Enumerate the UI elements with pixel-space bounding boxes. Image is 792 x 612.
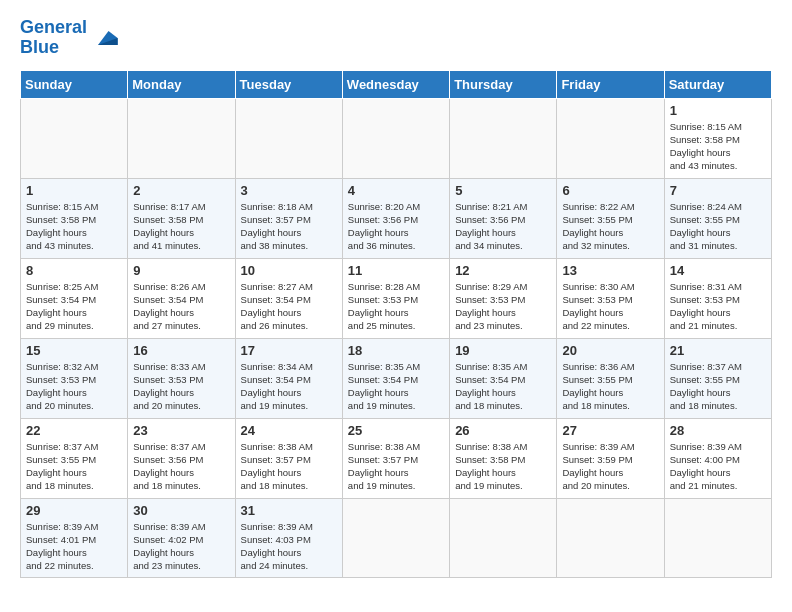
day-number: 28 — [670, 423, 766, 438]
day-number: 17 — [241, 343, 337, 358]
calendar-cell: 4 Sunrise: 8:20 AM Sunset: 3:56 PM Dayli… — [342, 178, 449, 258]
calendar-cell: 1 Sunrise: 8:15 AM Sunset: 3:58 PM Dayli… — [664, 98, 771, 178]
calendar-cell — [342, 98, 449, 178]
day-info: Sunrise: 8:26 AM Sunset: 3:54 PM Dayligh… — [133, 280, 229, 333]
day-info: Sunrise: 8:24 AM Sunset: 3:55 PM Dayligh… — [670, 200, 766, 253]
calendar-cell: 25 Sunrise: 8:38 AM Sunset: 3:57 PM Dayl… — [342, 418, 449, 498]
day-number: 21 — [670, 343, 766, 358]
calendar-cell: 1 Sunrise: 8:15 AM Sunset: 3:58 PM Dayli… — [21, 178, 128, 258]
day-number: 23 — [133, 423, 229, 438]
logo: General Blue — [20, 18, 119, 58]
week-row-2: 1 Sunrise: 8:15 AM Sunset: 3:58 PM Dayli… — [21, 178, 772, 258]
day-info: Sunrise: 8:37 AM Sunset: 3:56 PM Dayligh… — [133, 440, 229, 493]
day-info: Sunrise: 8:35 AM Sunset: 3:54 PM Dayligh… — [348, 360, 444, 413]
day-info: Sunrise: 8:39 AM Sunset: 4:00 PM Dayligh… — [670, 440, 766, 493]
day-number: 8 — [26, 263, 122, 278]
day-info: Sunrise: 8:21 AM Sunset: 3:56 PM Dayligh… — [455, 200, 551, 253]
calendar-cell — [450, 498, 557, 577]
day-info: Sunrise: 8:22 AM Sunset: 3:55 PM Dayligh… — [562, 200, 658, 253]
day-number: 10 — [241, 263, 337, 278]
day-number: 9 — [133, 263, 229, 278]
logo-icon — [91, 24, 119, 52]
day-number: 1 — [26, 183, 122, 198]
day-info: Sunrise: 8:27 AM Sunset: 3:54 PM Dayligh… — [241, 280, 337, 333]
day-number: 6 — [562, 183, 658, 198]
day-number: 27 — [562, 423, 658, 438]
day-info: Sunrise: 8:38 AM Sunset: 3:57 PM Dayligh… — [348, 440, 444, 493]
calendar-cell — [235, 98, 342, 178]
calendar-cell: 9 Sunrise: 8:26 AM Sunset: 3:54 PM Dayli… — [128, 258, 235, 338]
day-info: Sunrise: 8:29 AM Sunset: 3:53 PM Dayligh… — [455, 280, 551, 333]
calendar-cell: 26 Sunrise: 8:38 AM Sunset: 3:58 PM Dayl… — [450, 418, 557, 498]
day-info: Sunrise: 8:32 AM Sunset: 3:53 PM Dayligh… — [26, 360, 122, 413]
calendar-cell: 16 Sunrise: 8:33 AM Sunset: 3:53 PM Dayl… — [128, 338, 235, 418]
calendar-cell: 27 Sunrise: 8:39 AM Sunset: 3:59 PM Dayl… — [557, 418, 664, 498]
page: General Blue SundayMondayTuesdayWednesda… — [0, 0, 792, 588]
calendar-cell — [342, 498, 449, 577]
calendar-cell — [557, 498, 664, 577]
weekday-header-saturday: Saturday — [664, 70, 771, 98]
day-info: Sunrise: 8:28 AM Sunset: 3:53 PM Dayligh… — [348, 280, 444, 333]
day-info: Sunrise: 8:36 AM Sunset: 3:55 PM Dayligh… — [562, 360, 658, 413]
day-number: 30 — [133, 503, 229, 518]
day-info: Sunrise: 8:15 AM Sunset: 3:58 PM Dayligh… — [26, 200, 122, 253]
calendar-table: SundayMondayTuesdayWednesdayThursdayFrid… — [20, 70, 772, 578]
day-number: 26 — [455, 423, 551, 438]
calendar-cell: 5 Sunrise: 8:21 AM Sunset: 3:56 PM Dayli… — [450, 178, 557, 258]
calendar-cell: 8 Sunrise: 8:25 AM Sunset: 3:54 PM Dayli… — [21, 258, 128, 338]
week-row-3: 8 Sunrise: 8:25 AM Sunset: 3:54 PM Dayli… — [21, 258, 772, 338]
day-info: Sunrise: 8:39 AM Sunset: 3:59 PM Dayligh… — [562, 440, 658, 493]
day-number: 16 — [133, 343, 229, 358]
calendar-cell: 21 Sunrise: 8:37 AM Sunset: 3:55 PM Dayl… — [664, 338, 771, 418]
week-row-4: 15 Sunrise: 8:32 AM Sunset: 3:53 PM Dayl… — [21, 338, 772, 418]
weekday-header-row: SundayMondayTuesdayWednesdayThursdayFrid… — [21, 70, 772, 98]
day-info: Sunrise: 8:25 AM Sunset: 3:54 PM Dayligh… — [26, 280, 122, 333]
logo-subtext: Blue — [20, 38, 87, 58]
weekday-header-tuesday: Tuesday — [235, 70, 342, 98]
calendar-cell: 23 Sunrise: 8:37 AM Sunset: 3:56 PM Dayl… — [128, 418, 235, 498]
day-info: Sunrise: 8:31 AM Sunset: 3:53 PM Dayligh… — [670, 280, 766, 333]
day-info: Sunrise: 8:20 AM Sunset: 3:56 PM Dayligh… — [348, 200, 444, 253]
day-number: 24 — [241, 423, 337, 438]
calendar-cell: 19 Sunrise: 8:35 AM Sunset: 3:54 PM Dayl… — [450, 338, 557, 418]
week-row-6: 29 Sunrise: 8:39 AM Sunset: 4:01 PM Dayl… — [21, 498, 772, 577]
calendar-cell: 22 Sunrise: 8:37 AM Sunset: 3:55 PM Dayl… — [21, 418, 128, 498]
calendar-cell: 12 Sunrise: 8:29 AM Sunset: 3:53 PM Dayl… — [450, 258, 557, 338]
header: General Blue — [20, 18, 772, 58]
calendar-cell — [557, 98, 664, 178]
day-number: 12 — [455, 263, 551, 278]
day-info: Sunrise: 8:33 AM Sunset: 3:53 PM Dayligh… — [133, 360, 229, 413]
day-number: 29 — [26, 503, 122, 518]
day-info: Sunrise: 8:39 AM Sunset: 4:01 PM Dayligh… — [26, 520, 122, 573]
calendar-cell: 24 Sunrise: 8:38 AM Sunset: 3:57 PM Dayl… — [235, 418, 342, 498]
weekday-header-monday: Monday — [128, 70, 235, 98]
logo-text: General — [20, 18, 87, 38]
day-number: 25 — [348, 423, 444, 438]
day-info: Sunrise: 8:17 AM Sunset: 3:58 PM Dayligh… — [133, 200, 229, 253]
day-number: 31 — [241, 503, 337, 518]
calendar-cell: 15 Sunrise: 8:32 AM Sunset: 3:53 PM Dayl… — [21, 338, 128, 418]
calendar-cell: 31 Sunrise: 8:39 AM Sunset: 4:03 PM Dayl… — [235, 498, 342, 577]
day-number: 7 — [670, 183, 766, 198]
day-number: 13 — [562, 263, 658, 278]
weekday-header-friday: Friday — [557, 70, 664, 98]
calendar-cell — [664, 498, 771, 577]
calendar-cell: 30 Sunrise: 8:39 AM Sunset: 4:02 PM Dayl… — [128, 498, 235, 577]
day-number: 11 — [348, 263, 444, 278]
weekday-header-wednesday: Wednesday — [342, 70, 449, 98]
calendar-cell: 7 Sunrise: 8:24 AM Sunset: 3:55 PM Dayli… — [664, 178, 771, 258]
day-info: Sunrise: 8:30 AM Sunset: 3:53 PM Dayligh… — [562, 280, 658, 333]
day-info: Sunrise: 8:39 AM Sunset: 4:03 PM Dayligh… — [241, 520, 337, 573]
day-info: Sunrise: 8:34 AM Sunset: 3:54 PM Dayligh… — [241, 360, 337, 413]
day-number: 22 — [26, 423, 122, 438]
calendar-cell: 18 Sunrise: 8:35 AM Sunset: 3:54 PM Dayl… — [342, 338, 449, 418]
calendar-cell: 20 Sunrise: 8:36 AM Sunset: 3:55 PM Dayl… — [557, 338, 664, 418]
day-number: 19 — [455, 343, 551, 358]
week-row-1: 1 Sunrise: 8:15 AM Sunset: 3:58 PM Dayli… — [21, 98, 772, 178]
day-info: Sunrise: 8:38 AM Sunset: 3:57 PM Dayligh… — [241, 440, 337, 493]
day-number: 3 — [241, 183, 337, 198]
day-number: 18 — [348, 343, 444, 358]
calendar-cell — [450, 98, 557, 178]
calendar-cell: 3 Sunrise: 8:18 AM Sunset: 3:57 PM Dayli… — [235, 178, 342, 258]
day-number: 15 — [26, 343, 122, 358]
